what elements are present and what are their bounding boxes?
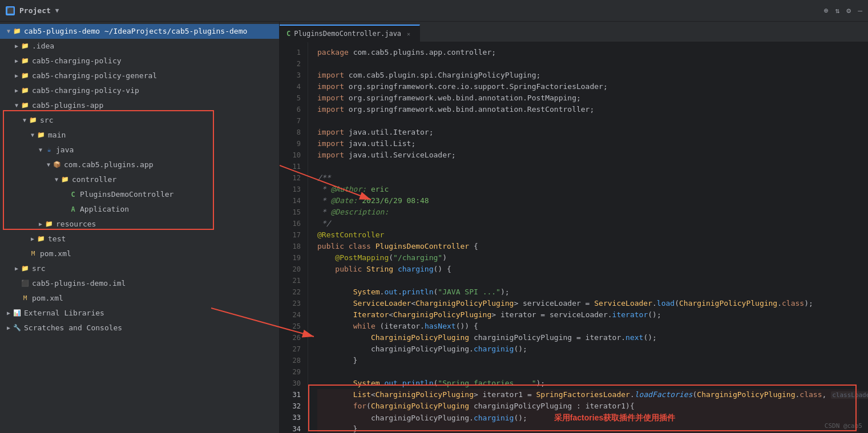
folder-icon-plugins-app: 📁 — [21, 101, 30, 110]
folder-icon-controller-dir: 📁 — [60, 175, 70, 184]
arrow-src-top: ▶ — [13, 265, 21, 273]
tree-label-application: Application — [80, 203, 277, 216]
sidebar: ▼ 📁 cab5-plugins-demo ~/IdeaProjects/cab… — [0, 22, 280, 433]
tree-item-plugins-demo-controller[interactable]: ▶ C PluginsDemoController — [0, 187, 279, 202]
code-line-33: charginigPolicyPluging.charginig(); 采用fa… — [317, 412, 859, 423]
tree-item-pom-app[interactable]: ▶ M pom.xml — [0, 246, 279, 261]
close-sidebar-icon[interactable]: — — [858, 6, 862, 15]
code-line-19: @PostMapping("/charging") — [317, 252, 859, 264]
editor-tabs: C PluginsDemoController.java ✕ — [280, 22, 868, 42]
arrow-charging-policy-vip: ▶ — [13, 87, 21, 95]
settings-icon[interactable]: ⚙ — [846, 6, 851, 15]
code-line-14: * @Date: 2023/6/29 08:48 — [317, 195, 859, 207]
tree-item-application[interactable]: ▶ A Application — [0, 202, 279, 217]
code-line-16: */ — [317, 218, 859, 229]
code-line-13: * @Author: eric — [317, 184, 859, 195]
code-line-23: ServiceLoader<CharginigPolicyPluging> se… — [317, 298, 859, 309]
folder-icon-root: 📁 — [13, 27, 22, 36]
code-line-1: package com.cab5.plugins.app.controller; — [317, 47, 859, 58]
sort-icon[interactable]: ⇅ — [835, 6, 840, 15]
code-editor: 1 2 3 4 5 6 7 8 9 10 11 12 13 14 15 16 1… — [280, 42, 868, 433]
title-bar-dropdown[interactable]: ▼ — [55, 7, 59, 14]
code-content[interactable]: package com.cab5.plugins.app.controller;… — [308, 42, 868, 433]
tree-label-root: cab5-plugins-demo ~/IdeaProjects/cab5-pl… — [24, 25, 277, 38]
tree-item-ext-libs[interactable]: ▶ 📊 External Libraries — [0, 306, 279, 321]
editor-area: C PluginsDemoController.java ✕ 1 2 3 4 5… — [280, 22, 868, 433]
tree-label-scratches: Scratches and Consoles — [24, 322, 277, 334]
code-line-22: System.out.println("JAVA SPI ..."); — [317, 286, 859, 298]
tree-label-charging-policy-vip: cab5-charging-policy-vip — [32, 84, 277, 97]
tree-label-pom-root: pom.xml — [32, 292, 277, 305]
folder-icon-idea: 📁 — [21, 42, 30, 51]
code-line-27: charginigPolicyPluging.charginig(); — [317, 343, 859, 355]
tree-item-idea[interactable]: ▶ 📁 .idea — [0, 39, 279, 54]
tree-item-charging-policy[interactable]: ▶ 📁 cab5-charging-policy — [0, 54, 279, 68]
tree-label-plugins-app: cab5-plugins-app — [32, 99, 277, 112]
tree-item-resources[interactable]: ▶ 📁 resources — [0, 217, 279, 232]
window-icon: ⬛ — [6, 6, 15, 15]
tree-label-src-top: src — [32, 262, 277, 275]
tree-item-java[interactable]: ▼ ☕ java — [0, 143, 279, 157]
tree-label-plugins-demo-controller: PluginsDemoController — [80, 188, 277, 201]
arrow-src: ▼ — [21, 116, 29, 124]
tree-label-package: com.cab5.plugins.app — [64, 159, 277, 171]
code-line-24: Iterator<CharginigPolicyPluging> iterato… — [317, 309, 859, 321]
arrow-test: ▶ — [29, 235, 37, 243]
code-line-15: * @Description: — [317, 207, 859, 218]
arrow-ext-libs: ▶ — [5, 309, 13, 317]
arrow-resources: ▶ — [37, 220, 45, 228]
line-numbers: 1 2 3 4 5 6 7 8 9 10 11 12 13 14 15 16 1… — [280, 42, 308, 433]
code-line-4: import org.springframework.core.io.suppo… — [317, 81, 859, 92]
watermark: CSDN @cab5 — [825, 422, 862, 430]
add-icon[interactable]: ⊕ — [824, 6, 829, 15]
code-line-26: CharginigPolicyPluging charginigPolicyPl… — [317, 332, 859, 343]
tab-close-button[interactable]: ✕ — [405, 30, 413, 38]
tab-label: PluginsDemoController.java — [294, 30, 401, 38]
tree-item-root[interactable]: ▼ 📁 cab5-plugins-demo ~/IdeaProjects/cab… — [0, 24, 279, 39]
tree-item-src-top[interactable]: ▶ 📁 src — [0, 261, 279, 276]
tree-item-iml[interactable]: ▶ ⬛ cab5-plugins-demo.iml — [0, 276, 279, 291]
arrow-controller-dir: ▼ — [53, 176, 60, 184]
icon-scratches: 🔧 — [13, 323, 22, 333]
tree-label-idea: .idea — [32, 40, 277, 52]
tree-item-test[interactable]: ▶ 📁 test — [0, 232, 279, 246]
folder-icon-src: 📁 — [29, 116, 38, 125]
tree-item-charging-policy-vip[interactable]: ▶ 📁 cab5-charging-policy-vip — [0, 83, 279, 98]
tree-label-charging-policy-general: cab5-charging-policy-general — [32, 70, 277, 82]
tree-item-src[interactable]: ▼ 📁 src — [0, 113, 279, 128]
tree-label-pom-app: pom.xml — [40, 248, 277, 260]
code-line-25: while (iterator.hasNext()) { — [317, 321, 859, 332]
tree-label-ext-libs: External Libraries — [24, 307, 277, 319]
title-bar: ⬛ Project ▼ ⊕ ⇅ ⚙ — — [0, 0, 868, 22]
code-line-11 — [317, 161, 859, 172]
folder-icon-test: 📁 — [37, 234, 46, 244]
tree-label-resources: resources — [56, 218, 277, 230]
code-line-9: import java.util.List; — [317, 138, 859, 149]
code-line-30: System.out.println("Spring factories ...… — [317, 378, 859, 389]
tree-label-main: main — [48, 129, 277, 141]
code-line-10: import java.util.ServiceLoader; — [317, 149, 859, 161]
code-line-2 — [317, 58, 859, 70]
tab-icon: C — [286, 30, 290, 38]
tree-item-scratches[interactable]: ▶ 🔧 Scratches and Consoles — [0, 321, 279, 335]
tree-item-pom-root[interactable]: ▶ M pom.xml — [0, 291, 279, 306]
arrow-java: ▼ — [37, 146, 45, 154]
tab-plugins-demo-controller[interactable]: C PluginsDemoController.java ✕ — [280, 25, 420, 42]
folder-icon-charging-policy-general: 📁 — [21, 71, 30, 80]
cn-annotation: 采用factories获取插件并使用插件 — [554, 413, 675, 422]
arrow-scratches: ▶ — [5, 324, 13, 332]
tree-item-controller-dir[interactable]: ▼ 📁 controller — [0, 172, 279, 187]
code-line-29 — [317, 366, 859, 378]
arrow-root: ▼ — [5, 27, 13, 35]
icon-ext-libs: 📊 — [13, 309, 22, 318]
tree-item-plugins-app[interactable]: ▼ 📁 cab5-plugins-app — [0, 98, 279, 113]
folder-icon-charging-policy-vip: 📁 — [21, 86, 30, 95]
tree-item-package[interactable]: ▼ 📦 com.cab5.plugins.app — [0, 157, 279, 172]
folder-icon-java: ☕ — [45, 145, 54, 155]
tree-label-src: src — [40, 114, 277, 127]
code-line-7 — [317, 115, 859, 127]
tree-item-charging-policy-general[interactable]: ▶ 📁 cab5-charging-policy-general — [0, 68, 279, 83]
tree-item-main[interactable]: ▼ 📁 main — [0, 128, 279, 143]
arrow-main: ▼ — [29, 131, 37, 139]
code-line-21 — [317, 275, 859, 286]
